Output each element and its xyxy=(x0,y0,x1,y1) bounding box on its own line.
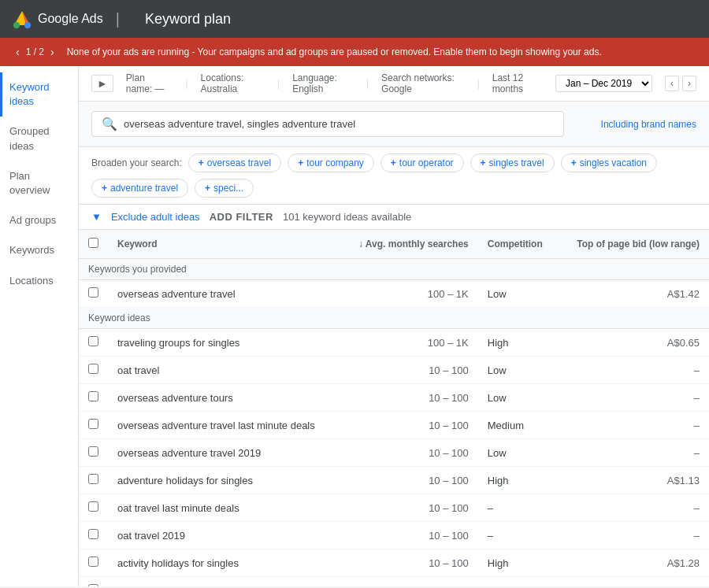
app-name: Google Ads xyxy=(38,12,103,26)
monthly-searches-cell: 10 – 100 xyxy=(340,494,477,522)
row-checkbox[interactable] xyxy=(88,364,98,374)
select-all-checkbox[interactable] xyxy=(88,238,98,248)
monthly-searches-cell: 10 – 100 xyxy=(340,357,477,384)
search-input[interactable] xyxy=(124,118,554,130)
broaden-chip-tour-operator[interactable]: + tour operator xyxy=(380,153,464,172)
competition-cell: Low xyxy=(478,577,558,587)
plus-icon-3: + xyxy=(391,157,396,168)
table-row: adventure holidays for singles10 – 100Hi… xyxy=(79,467,709,494)
plan-settings-bar: ► Plan name: — | Locations: Australia | … xyxy=(79,66,709,102)
keyword-cell: overseas adventure travel last minute de… xyxy=(108,412,340,439)
plan-networks: Search networks: Google xyxy=(381,72,465,94)
add-filter-button[interactable]: ADD FILTER xyxy=(210,211,273,223)
table-row: oat travel10 – 100Low– xyxy=(79,357,709,384)
filter-bar: ▼ Exclude adult ideas ADD FILTER 101 key… xyxy=(79,205,709,230)
row-checkbox[interactable] xyxy=(88,419,98,429)
settings-divider-2: | xyxy=(277,78,280,89)
exclude-adult-ideas-button[interactable]: Exclude adult ideas xyxy=(111,211,200,223)
monthly-searches-cell: 100 – 1K xyxy=(340,280,477,308)
alert-bar: ‹ 1 / 2 › None of your ads are running -… xyxy=(0,38,709,66)
logo: Google Ads xyxy=(13,9,103,28)
broaden-chip-singles-vacation[interactable]: + singles vacation xyxy=(561,153,657,172)
broaden-chip-label-2: tour company xyxy=(306,157,364,168)
google-ads-icon xyxy=(13,9,32,28)
competition-cell: – xyxy=(478,494,558,522)
keyword-cell: overseas adventure tours xyxy=(108,384,340,412)
date-range-selector[interactable]: Jan – Dec 2019 xyxy=(555,75,652,92)
row-checkbox[interactable] xyxy=(88,584,98,586)
sidebar-item-keywords[interactable]: Keywords xyxy=(0,235,78,265)
broaden-chip-more[interactable]: + speci... xyxy=(195,179,254,198)
broaden-chip-singles-travel[interactable]: + singles travel xyxy=(470,153,555,172)
search-bar: 🔍 Including brand names xyxy=(79,102,709,147)
including-brand-names-button[interactable]: Including brand names xyxy=(601,119,696,130)
date-next-button[interactable]: › xyxy=(682,76,696,91)
sidebar-item-keyword-ideas[interactable]: Keyword ideas xyxy=(0,72,78,116)
main-layout: Keyword ideas Grouped ideas Plan overvie… xyxy=(0,66,709,586)
competition-cell: Low xyxy=(478,439,558,467)
plus-icon-6: + xyxy=(102,183,107,194)
header-avg-monthly[interactable]: ↓ Avg. monthly searches xyxy=(340,230,477,259)
alert-prev-button[interactable]: ‹ xyxy=(13,46,23,58)
row-checkbox[interactable] xyxy=(88,446,98,457)
row-checkbox[interactable] xyxy=(88,336,98,346)
plus-icon-1: + xyxy=(199,157,204,168)
monthly-searches-cell: 10 – 100 xyxy=(340,384,477,412)
sidebar-item-grouped-ideas[interactable]: Grouped ideas xyxy=(0,116,78,161)
row-checkbox[interactable] xyxy=(88,287,98,298)
alert-message: None of your ads are running - Your camp… xyxy=(67,46,602,57)
svg-point-2 xyxy=(13,22,20,28)
keyword-cell: traveling groups for singles xyxy=(108,329,340,357)
plus-icon-4: + xyxy=(481,157,486,168)
broaden-chip-label-5: singles vacation xyxy=(580,157,647,168)
top-bar: Google Ads | Keyword plan xyxy=(0,0,709,38)
top-bid-low-cell: – xyxy=(557,494,709,522)
table-row: oat travel last minute deals10 – 100–– xyxy=(79,494,709,522)
top-bid-low-cell: – xyxy=(557,439,709,467)
collapse-button[interactable]: ► xyxy=(91,75,113,92)
settings-divider-4: | xyxy=(477,78,480,89)
row-checkbox[interactable] xyxy=(88,557,98,567)
plus-icon-2: + xyxy=(298,157,303,168)
row-checkbox[interactable] xyxy=(88,474,98,484)
top-bid-low-cell: – xyxy=(557,522,709,549)
broaden-chip-adventure-travel[interactable]: + adventure travel xyxy=(91,179,188,198)
header-competition: Competition xyxy=(478,230,558,259)
search-icon: 🔍 xyxy=(102,116,117,131)
table-row: traveling groups for singles100 – 1KHigh… xyxy=(79,329,709,357)
last-12-months-label: Last 12 months xyxy=(492,72,543,94)
row-checkbox[interactable] xyxy=(88,391,98,401)
top-bid-low-cell: – xyxy=(557,577,709,587)
monthly-searches-cell: 100 – 1K xyxy=(340,329,477,357)
keyword-cell: overseas adventure travel xyxy=(108,280,340,308)
table-row: overseas adventure travel 201910 – 100Lo… xyxy=(79,439,709,467)
monthly-searches-cell: 10 – 100 xyxy=(340,549,477,577)
search-input-wrapper[interactable]: 🔍 xyxy=(91,111,564,137)
competition-cell: Low xyxy=(478,384,558,412)
top-bid-low-cell: – xyxy=(557,412,709,439)
keyword-cell: activity holidays for singles xyxy=(108,549,340,577)
content-area: ► Plan name: — | Locations: Australia | … xyxy=(79,66,709,586)
sidebar-item-plan-overview[interactable]: Plan overview xyxy=(0,161,78,205)
top-bid-low-cell: – xyxy=(557,384,709,412)
alert-next-button[interactable]: › xyxy=(47,46,58,58)
date-prev-button[interactable]: ‹ xyxy=(665,76,679,91)
keyword-cell: adventure holidays for singles xyxy=(108,467,340,494)
competition-cell: Medium xyxy=(478,412,558,439)
alert-navigation[interactable]: ‹ 1 / 2 › xyxy=(13,46,58,58)
broaden-chip-label-6: adventure travel xyxy=(110,183,178,194)
plan-locations: Locations: Australia xyxy=(201,72,265,94)
sidebar-item-ad-groups[interactable]: Ad groups xyxy=(0,205,78,235)
competition-cell: High xyxy=(478,467,558,494)
date-range-select[interactable]: Jan – Dec 2019 xyxy=(555,75,652,92)
sidebar-item-locations[interactable]: Locations xyxy=(0,266,78,296)
date-nav-arrows[interactable]: ‹ › xyxy=(665,76,696,91)
broaden-chip-tour-company[interactable]: + tour company xyxy=(288,153,374,172)
row-checkbox[interactable] xyxy=(88,501,98,512)
table-row: oat travel 201910 – 100–– xyxy=(79,522,709,549)
row-checkbox[interactable] xyxy=(88,529,98,539)
monthly-searches-cell: 10 – 100 xyxy=(340,522,477,549)
top-bid-low-cell: A$1.42 xyxy=(557,280,709,308)
settings-divider-1: | xyxy=(185,78,187,89)
broaden-chip-overseas-travel[interactable]: + overseas travel xyxy=(188,153,281,172)
